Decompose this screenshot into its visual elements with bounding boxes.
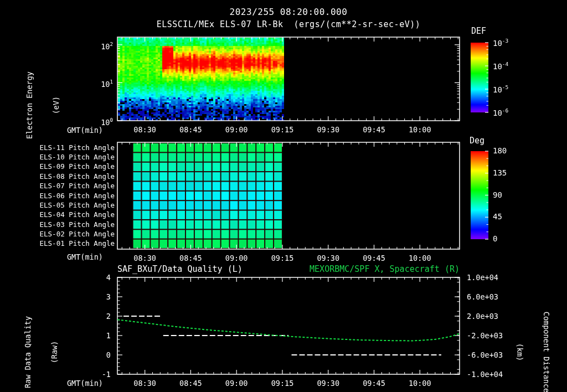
quality-left-tick-label: 1 — [85, 331, 111, 340]
exponent: 1 — [110, 79, 113, 85]
def-colorbar-tick-label: 10-6 — [493, 107, 508, 117]
deg-colorbar-tick-label: 90 — [493, 190, 502, 199]
x-tick-label: 08:45 — [173, 379, 208, 388]
x-tick-label: 08:45 — [173, 125, 208, 134]
x-tick-label: 09:30 — [311, 125, 346, 134]
x-tick-label: 09:00 — [219, 125, 254, 134]
x-tick-label: 09:15 — [265, 379, 300, 388]
exponent: -3 — [502, 38, 508, 44]
x-tick-label: 08:30 — [127, 125, 163, 134]
quality-right-tick-label: -6.0e+03 — [467, 350, 503, 359]
exponent: 0 — [110, 117, 113, 123]
spectrogram-y-tick-label: 102 — [87, 40, 113, 49]
x-tick-label: 08:45 — [173, 254, 208, 262]
pitch-row-label: ELS-09 Pitch Angle — [4, 163, 115, 171]
spectrogram-y-tick-label: 101 — [87, 78, 113, 86]
pitch-row-label: ELS-04 Pitch Angle — [4, 211, 115, 219]
x-tick-label: 09:45 — [357, 125, 392, 134]
pitch-row-label: ELS-05 Pitch Angle — [4, 202, 115, 209]
quality-right-tick-label: -1.0e+04 — [467, 370, 503, 379]
quality-left-tick-label: -1 — [85, 370, 111, 379]
x-tick-label: 09:00 — [219, 379, 254, 388]
deg-colorbar-tick-label: 180 — [493, 146, 507, 155]
pitch-row-label: ELS-03 Pitch Angle — [4, 221, 115, 229]
x-tick-label: 08:30 — [127, 254, 163, 262]
pitch-row-label: ELS-07 Pitch Angle — [4, 182, 115, 190]
x-tick-label: 09:15 — [265, 125, 300, 134]
deg-colorbar-tick-label: 0 — [493, 234, 497, 243]
def-colorbar-tick-label: 10-4 — [493, 61, 508, 71]
exponent: 2 — [110, 41, 113, 47]
exponent: -4 — [502, 61, 508, 67]
x-tick-label: 09:30 — [311, 254, 346, 262]
pitch-row-label: ELS-08 Pitch Angle — [4, 173, 115, 180]
quality-left-tick-label: 4 — [85, 273, 111, 282]
quality-right-tick-label: 6.0e+03 — [467, 292, 498, 301]
quality-right-tick-label: -2.0e+03 — [467, 331, 503, 340]
def-colorbar-tick-label: 10-5 — [493, 84, 508, 94]
spacecraft-x-curve — [117, 319, 460, 341]
quality-left-tick-label: 2 — [85, 312, 111, 321]
quality-left-tick-label: 0 — [85, 350, 111, 359]
deg-colorbar-tick-label: 45 — [493, 212, 502, 221]
def-colorbar-tick-label: 10-3 — [493, 38, 508, 48]
pitch-row-label: ELS-10 Pitch Angle — [4, 153, 115, 161]
plot-screen: 2023/255 08:20:00.000 ELSSCIL/MEx ELS-07… — [0, 0, 567, 392]
quality-left-tick-label: 3 — [85, 292, 111, 301]
x-tick-label: 08:30 — [127, 379, 163, 388]
x-tick-label: 10:00 — [402, 125, 437, 134]
deg-colorbar-tick-label: 135 — [493, 168, 507, 177]
quality-right-tick-label: 1.0e+04 — [467, 273, 498, 282]
pitch-row-label: ELS-06 Pitch Angle — [4, 192, 115, 200]
exponent: -5 — [502, 84, 508, 90]
x-tick-label: 10:00 — [402, 254, 437, 262]
pitch-row-label: ELS-02 Pitch Angle — [4, 230, 115, 238]
x-tick-label: 09:45 — [357, 254, 392, 262]
pitch-row-label: ELS-11 Pitch Angle — [4, 144, 115, 152]
x-tick-label: 09:30 — [311, 379, 346, 388]
spectrogram-y-tick-label: 100 — [87, 116, 113, 125]
pitch-row-label: ELS-01 Pitch Angle — [4, 240, 115, 247]
x-tick-label: 09:45 — [357, 379, 392, 388]
panel-border — [117, 37, 460, 121]
quality-right-tick-label: 2.0e+03 — [467, 312, 498, 321]
x-tick-label: 09:15 — [265, 254, 300, 262]
x-tick-label: 10:00 — [402, 379, 437, 388]
exponent: -6 — [502, 107, 508, 114]
panel-border — [117, 142, 460, 249]
x-tick-label: 09:00 — [219, 254, 254, 262]
